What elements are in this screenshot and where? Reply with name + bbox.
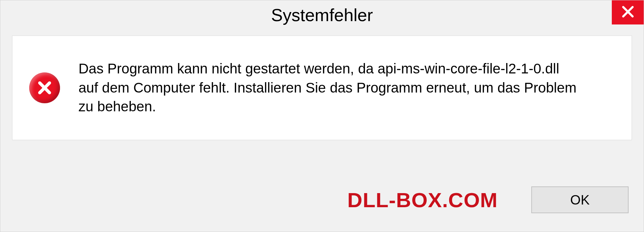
error-dialog: Systemfehler Das Programm kann nicht ges… [0, 0, 644, 232]
dialog-title: Systemfehler [0, 3, 644, 25]
close-icon [621, 5, 635, 20]
error-message: Das Programm kann nicht gestartet werden… [78, 59, 582, 116]
titlebar: Systemfehler [0, 0, 644, 31]
ok-button[interactable]: OK [531, 186, 629, 213]
content-panel: Das Programm kann nicht gestartet werden… [12, 36, 632, 140]
error-icon [29, 72, 60, 103]
close-button[interactable] [612, 0, 644, 24]
dialog-footer: DLL-BOX.COM OK [0, 178, 644, 232]
watermark-text: DLL-BOX.COM [347, 188, 498, 212]
